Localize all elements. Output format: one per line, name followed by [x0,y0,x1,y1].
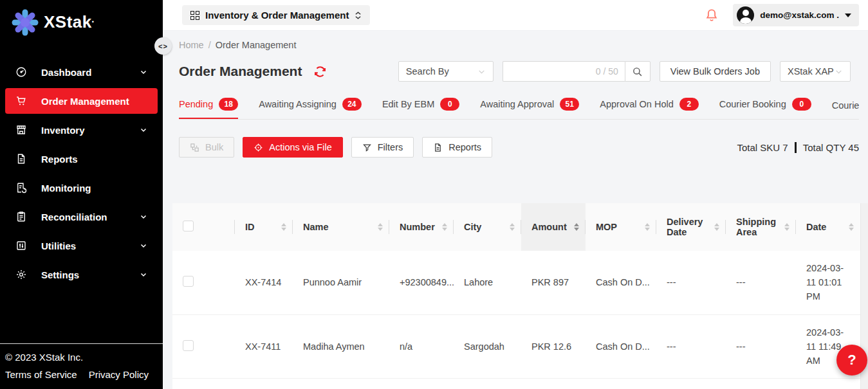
header-shipping-area[interactable]: Shipping Area [726,203,796,251]
sidebar-collapse-button[interactable]: <> [154,37,172,55]
cell-delivery-date: --- [656,378,726,389]
reports-button[interactable]: Reports [422,137,492,158]
sidebar-item-label: Order Management [41,96,129,107]
cell-name: Punnoo Aamir [293,251,389,314]
totals-summary: Total SKU 7 Total QTY 45 [737,142,860,153]
bulk-button[interactable]: Bulk [179,137,234,158]
cell-delivery-date: --- [656,314,726,378]
cell-mop: Cash On D... [586,378,656,389]
sidebar-item-inventory[interactable]: Inventory [5,117,158,143]
cell-number: +92300849... [389,251,454,314]
header-id[interactable]: ID [235,203,293,251]
tab-pending[interactable]: Pending 18 [179,95,238,119]
user-menu-button[interactable]: demo@xstak.com . [733,4,859,26]
tab-approval-on-hold[interactable]: Approval On Hold 2 [600,95,698,119]
sort-icon[interactable] [510,223,515,231]
cell-city: Sargodah [454,314,521,378]
tab-label: Courier Processing [832,100,859,111]
sidebar-item-label: Reports [41,154,78,165]
table-row[interactable]: XX-7409 Madiha Aymen n/a Sargodah PKR 17… [172,378,860,389]
search-by-value: Search By [406,66,449,77]
tab-awaiting-assigning[interactable]: Awaiting Assigning 24 [259,95,362,119]
header-number[interactable]: Number [389,203,454,251]
title-row: Order Management Search By [179,61,851,82]
clipboard-icon [15,211,27,222]
header-amount[interactable]: Amount [521,203,586,251]
sidebar-item-label: Dashboard [41,67,91,78]
gear-icon [15,269,27,280]
tab-courier-processing[interactable]: Courier Processing [832,98,859,119]
header-city[interactable]: City [454,203,521,251]
actions-via-file-button[interactable]: Actions via File [243,137,343,158]
cell-id: XX-7411 [235,314,293,378]
header-delivery-date[interactable]: Delivery Date [656,203,726,251]
sliders-icon [15,240,27,251]
row-checkbox[interactable] [183,276,194,287]
view-bulk-orders-button[interactable]: View Bulk Orders Job [660,61,771,82]
help-button[interactable]: ? [836,345,867,375]
app-switcher-label: Inventory & Order Management [205,10,349,21]
avatar [737,6,754,24]
sort-icon[interactable] [574,223,579,231]
cell-amount: PKR 12.6 [521,314,586,378]
sort-icon[interactable] [784,223,790,231]
tab-awaiting-approval[interactable]: Awaiting Approval 51 [480,95,579,119]
tab-courier-booking[interactable]: Courier Booking 0 [719,95,811,119]
cell-amount: PKR 897 [521,251,586,314]
sort-icon[interactable] [714,223,719,231]
sidebar-item-settings[interactable]: Settings [5,262,158,287]
sidebar-item-reconciliation[interactable]: Reconciliation [5,204,158,230]
breadcrumb-home[interactable]: Home [179,40,204,50]
sidebar-nav: Dashboard Order Management Inventory [0,50,163,291]
tab-label: Courier Booking [719,99,786,109]
cell-id: XX-7414 [235,251,293,314]
app-switcher-button[interactable]: Inventory & Order Management [182,5,370,25]
tab-edit-by-ebm[interactable]: Edit By EBM 0 [382,95,459,119]
table-row[interactable]: XX-7411 Madiha Aymen n/a Sargodah PKR 12… [172,314,860,378]
header-name[interactable]: Name [293,203,389,251]
cell-amount: PKR 17.15 [521,378,586,389]
report-file-icon [433,143,443,152]
search-by-select[interactable]: Search By [398,61,494,82]
totals-divider [795,142,797,153]
sort-icon[interactable] [281,223,286,231]
sort-icon[interactable] [378,223,383,231]
search-group: 0 / 50 [503,61,651,82]
terms-of-service-link[interactable]: Terms of Service [5,369,77,380]
notifications-bell-icon[interactable] [705,8,719,23]
table-row[interactable]: XX-7414 Punnoo Aamir +92300849... Lahore… [172,251,860,314]
xstak-xap-select[interactable]: XStak XAP [780,61,851,82]
header-mop[interactable]: MOP [586,203,656,251]
table-header-row: ID Name Number City Amount MOP Delivery … [172,203,860,251]
breadcrumb: Home/Order Management [179,40,868,50]
tab-label: Approval On Hold [600,99,673,109]
sidebar-item-reports[interactable]: Reports [5,146,158,172]
search-button[interactable] [625,61,651,82]
filters-button[interactable]: Filters [351,137,414,158]
sort-icon[interactable] [442,223,447,231]
report-file-icon [15,153,27,165]
refresh-icon[interactable] [313,65,327,78]
privacy-policy-link[interactable]: Privacy Policy [89,369,149,380]
search-input[interactable] [510,66,596,77]
tab-count-badge: 18 [219,98,238,111]
sidebar-item-dashboard[interactable]: Dashboard [5,59,158,85]
sidebar-item-order-management[interactable]: Order Management [5,88,158,114]
sidebar-item-label: Inventory [41,125,85,136]
cell-mop: Cash On D... [586,251,656,314]
header-date[interactable]: Date [796,203,860,251]
chevron-down-icon [140,242,147,249]
chevron-down-icon [140,213,147,221]
select-all-checkbox[interactable] [183,221,194,231]
row-checkbox[interactable] [183,340,194,351]
main-area: Inventory & Order Management demo@xstak.… [163,0,868,389]
store-icon [15,124,27,136]
sidebar-item-monitoring[interactable]: Monitoring [5,175,158,201]
sort-icon[interactable] [645,223,650,231]
tab-count-badge: 2 [679,98,699,111]
app-root: XStak• Dashboard Order Management [0,0,868,389]
sort-icon[interactable] [849,223,854,231]
header-select-all [172,203,235,251]
page-title: Order Management [179,64,302,79]
sidebar-item-utilities[interactable]: Utilities [5,233,158,258]
